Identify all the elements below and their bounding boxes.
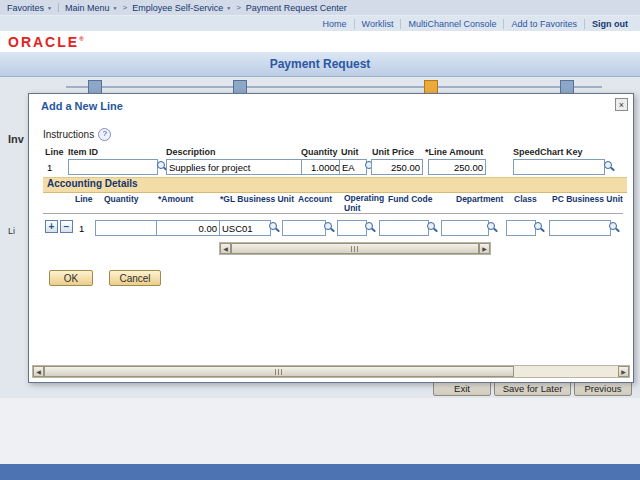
dialog-horizontal-scrollbar[interactable]: ◀ ▶ bbox=[32, 365, 630, 378]
home-link[interactable]: Home bbox=[316, 19, 354, 29]
progress-step-2 bbox=[233, 80, 247, 94]
help-icon[interactable]: ? bbox=[98, 128, 111, 141]
main-menu[interactable]: Main Menu ▼ bbox=[65, 3, 117, 13]
grid-scroll-thumb[interactable] bbox=[231, 243, 479, 254]
speedchart-key-input[interactable] bbox=[513, 159, 605, 175]
chevron-down-icon: ▼ bbox=[113, 5, 118, 11]
line-label: Line bbox=[45, 147, 64, 157]
line-amount-input[interactable] bbox=[428, 159, 486, 175]
favorites-menu[interactable]: Favorites ▼ bbox=[7, 3, 52, 13]
row-pc-business-unit-input[interactable] bbox=[549, 220, 611, 236]
chevron-down-icon: ▼ bbox=[226, 5, 231, 11]
divider bbox=[58, 3, 59, 12]
progress-step-4 bbox=[560, 80, 574, 94]
scroll-grip-icon bbox=[351, 246, 359, 252]
breadcrumb-label: Employee Self-Service bbox=[132, 3, 223, 13]
sign-out-link[interactable]: Sign out bbox=[584, 19, 640, 29]
unit-price-input[interactable] bbox=[371, 159, 423, 175]
fund-code-lookup-icon[interactable] bbox=[425, 221, 438, 234]
main-menu-label: Main Menu bbox=[65, 3, 110, 13]
worklist-link[interactable]: Worklist bbox=[354, 19, 401, 29]
col-header-gl-business-unit: *GL Business Unit bbox=[220, 194, 294, 204]
breadcrumb-payment-request-center[interactable]: Payment Request Center bbox=[246, 3, 347, 13]
grid-header-rule bbox=[43, 213, 623, 214]
line-amount-label: *Line Amount bbox=[425, 147, 483, 157]
chevron-down-icon: ▼ bbox=[47, 5, 52, 11]
breadcrumb-label: Payment Request Center bbox=[246, 3, 347, 13]
background-invoice-label-fragment: Inv bbox=[8, 133, 24, 145]
dialog-scroll-thumb[interactable] bbox=[44, 366, 514, 377]
unit-label: Unit bbox=[341, 147, 359, 157]
row-quantity-input[interactable] bbox=[95, 220, 157, 236]
progress-step-3-active bbox=[424, 80, 438, 94]
add-row-button[interactable]: + bbox=[45, 220, 58, 233]
progress-step-1 bbox=[88, 80, 102, 94]
cancel-button[interactable]: Cancel bbox=[109, 270, 161, 286]
favorites-label: Favorites bbox=[7, 3, 44, 13]
quantity-input[interactable] bbox=[301, 159, 343, 175]
progress-line bbox=[66, 86, 602, 88]
col-header-quantity: Quantity bbox=[104, 194, 138, 204]
scroll-right-icon[interactable]: ▶ bbox=[618, 366, 629, 377]
scroll-grip-icon bbox=[275, 369, 283, 375]
accounting-details-header: Accounting Details bbox=[43, 177, 627, 193]
ok-button[interactable]: OK bbox=[49, 270, 93, 286]
col-header-pc-business-unit: PC Business Unit bbox=[552, 194, 623, 204]
description-label: Description bbox=[166, 147, 216, 157]
registered-mark: ® bbox=[79, 36, 85, 42]
operating-unit-lookup-icon[interactable] bbox=[363, 221, 376, 234]
department-lookup-icon[interactable] bbox=[485, 221, 498, 234]
row-account-input[interactable] bbox=[282, 220, 326, 236]
background-line-label-fragment: Li bbox=[8, 226, 15, 236]
col-header-account: Account bbox=[298, 194, 332, 204]
brand-bar: ORACLE® bbox=[0, 31, 640, 53]
save-for-later-button[interactable]: Save for Later bbox=[494, 381, 571, 396]
row-fund-code-input[interactable] bbox=[379, 220, 429, 236]
scroll-right-icon[interactable]: ▶ bbox=[479, 243, 490, 254]
dialog-title: Add a New Line bbox=[41, 100, 123, 112]
row-amount-input[interactable] bbox=[156, 220, 220, 236]
delete-row-button[interactable]: − bbox=[60, 220, 73, 233]
instructions-row: Instructions ? bbox=[43, 128, 111, 141]
breadcrumb-bar: Favorites ▼ Main Menu ▼ > Employee Self-… bbox=[0, 0, 640, 16]
breadcrumb-employee-self-service[interactable]: Employee Self-Service ▼ bbox=[132, 3, 231, 13]
grid-horizontal-scrollbar[interactable]: ◀ ▶ bbox=[219, 242, 491, 255]
close-icon[interactable]: × bbox=[615, 98, 628, 111]
application-window: Favorites ▼ Main Menu ▼ > Employee Self-… bbox=[0, 0, 640, 480]
pc-business-unit-lookup-icon[interactable] bbox=[607, 221, 620, 234]
col-header-amount: *Amount bbox=[158, 194, 193, 204]
gl-business-unit-lookup-icon[interactable] bbox=[267, 221, 280, 234]
add-to-favorites-link[interactable]: Add to Favorites bbox=[503, 19, 584, 29]
multichannel-console-link[interactable]: MultiChannel Console bbox=[400, 19, 503, 29]
unit-price-label: Unit Price bbox=[372, 147, 414, 157]
breadcrumb-separator-icon: > bbox=[122, 3, 127, 12]
description-input[interactable] bbox=[166, 159, 308, 175]
row-gl-business-unit-input[interactable] bbox=[219, 220, 271, 236]
quantity-label: Quantity bbox=[301, 147, 338, 157]
line-number-value: 1 bbox=[47, 162, 52, 173]
footer-bar bbox=[0, 464, 640, 480]
account-lookup-icon[interactable] bbox=[322, 221, 335, 234]
col-header-class: Class bbox=[514, 194, 537, 204]
oracle-logo: ORACLE® bbox=[8, 34, 86, 50]
utility-links-bar: Home Worklist MultiChannel Console Add t… bbox=[0, 16, 640, 31]
speedchart-lookup-icon[interactable] bbox=[602, 160, 615, 173]
col-header-department: Department bbox=[456, 194, 503, 204]
previous-button[interactable]: Previous bbox=[574, 381, 632, 396]
oracle-logo-text: ORACLE bbox=[8, 34, 79, 50]
class-lookup-icon[interactable] bbox=[532, 221, 545, 234]
col-header-fund-code: Fund Code bbox=[388, 194, 432, 204]
row-department-input[interactable] bbox=[441, 220, 489, 236]
exit-button[interactable]: Exit bbox=[433, 381, 491, 396]
breadcrumb-separator-icon: > bbox=[236, 3, 241, 12]
content-lower-area bbox=[0, 398, 640, 464]
speedchart-key-label: SpeedChart Key bbox=[513, 147, 583, 157]
instructions-label: Instructions bbox=[43, 129, 94, 140]
row-line-number: 1 bbox=[79, 223, 84, 234]
scroll-left-icon[interactable]: ◀ bbox=[33, 366, 44, 377]
scroll-track[interactable] bbox=[514, 366, 618, 377]
col-header-operating-unit: Operating Unit bbox=[344, 194, 384, 214]
scroll-left-icon[interactable]: ◀ bbox=[220, 243, 231, 254]
item-id-label: Item ID bbox=[68, 147, 98, 157]
item-id-input[interactable] bbox=[68, 159, 158, 175]
